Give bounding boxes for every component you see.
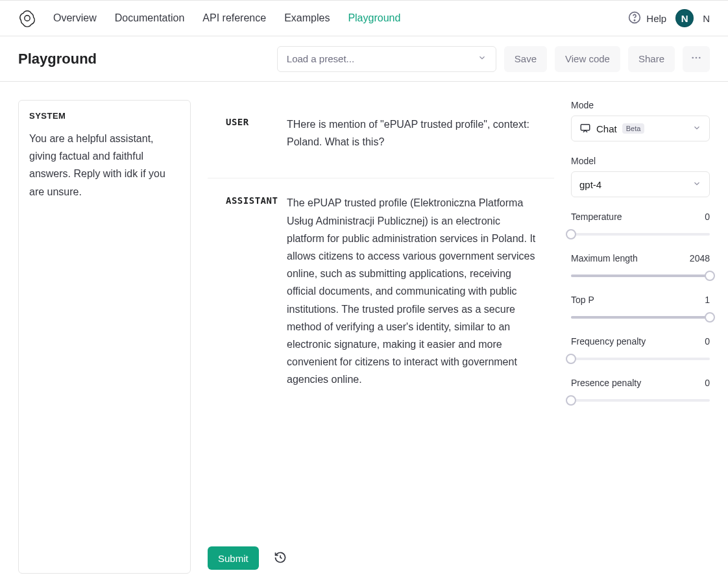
top-nav-bar: OverviewDocumentationAPI referenceExampl…	[0, 0, 728, 36]
user-avatar[interactable]: N	[675, 9, 694, 27]
help-button[interactable]: Help	[628, 11, 666, 26]
more-button[interactable]	[683, 46, 710, 72]
topp-slider[interactable]	[571, 311, 710, 323]
model-select[interactable]: gpt-4	[571, 171, 710, 197]
mode-select[interactable]: Chat Beta	[571, 116, 710, 141]
mode-label: Mode	[571, 100, 710, 110]
topp-label: Top P	[571, 295, 594, 305]
message-role: USER	[226, 116, 287, 151]
freq-label: Frequency penalty	[571, 336, 646, 347]
page-header: Playground Load a preset... Save View co…	[0, 36, 728, 82]
system-prompt-input[interactable]: You are a helpful assistant, giving fact…	[29, 130, 180, 201]
system-panel: SYSTEM You are a helpful assistant, givi…	[18, 100, 191, 574]
nav-item-playground[interactable]: Playground	[348, 12, 400, 24]
svg-point-5	[699, 57, 701, 59]
main-nav: OverviewDocumentationAPI referenceExampl…	[53, 12, 400, 24]
maxlen-label: Maximum length	[571, 253, 638, 263]
pres-value: 0	[705, 378, 710, 388]
freq-value: 0	[705, 336, 710, 347]
settings-panel: Mode Chat Beta Model gpt-4	[571, 100, 710, 421]
nav-item-documentation[interactable]: Documentation	[115, 12, 185, 24]
page-title: Playground	[18, 51, 97, 67]
share-button[interactable]: Share	[628, 46, 675, 72]
pres-slider[interactable]	[571, 395, 710, 406]
chevron-down-icon	[692, 123, 701, 134]
nav-item-overview[interactable]: Overview	[53, 12, 97, 24]
temperature-value: 0	[705, 212, 710, 222]
chat-icon	[579, 122, 591, 136]
beta-badge: Beta	[622, 123, 645, 134]
username-label: N	[703, 13, 710, 24]
maxlen-slider[interactable]	[571, 270, 710, 282]
chat-panel: USERTHere is mention of "ePUAP trusted p…	[208, 100, 554, 570]
chat-actions: Submit	[208, 546, 554, 570]
message-content[interactable]: The ePUAP trusted profile (Elektroniczna…	[287, 194, 536, 388]
history-icon	[274, 551, 287, 566]
ellipsis-icon	[690, 52, 702, 66]
topp-value: 1	[705, 295, 710, 305]
freq-slider[interactable]	[571, 353, 710, 365]
history-button[interactable]	[271, 548, 290, 568]
save-button[interactable]: Save	[504, 46, 547, 72]
svg-point-3	[692, 57, 694, 59]
view-code-button[interactable]: View code	[555, 46, 620, 72]
maxlen-value: 2048	[690, 253, 710, 263]
workspace: SYSTEM You are a helpful assistant, givi…	[0, 82, 728, 586]
svg-point-0	[25, 16, 30, 21]
help-label: Help	[646, 13, 666, 24]
submit-button[interactable]: Submit	[208, 546, 259, 570]
svg-point-4	[696, 57, 698, 59]
preset-placeholder: Load a preset...	[287, 53, 354, 64]
message-role: ASSISTANT	[226, 194, 287, 388]
chevron-down-icon	[692, 179, 701, 190]
temperature-label: Temperature	[571, 212, 622, 222]
message-row: ASSISTANTThe ePUAP trusted profile (Elek…	[208, 178, 554, 404]
message-row: USERTHere is mention of "ePUAP trusted p…	[208, 100, 554, 178]
help-icon	[628, 11, 641, 26]
message-content[interactable]: THere is mention of "ePUAP trusted profi…	[287, 116, 536, 151]
chevron-down-icon	[478, 53, 487, 64]
nav-item-api-reference[interactable]: API reference	[202, 12, 266, 24]
chat-scroll[interactable]: USERTHere is mention of "ePUAP trusted p…	[208, 100, 554, 535]
svg-rect-6	[581, 124, 590, 130]
model-value: gpt-4	[579, 179, 601, 190]
svg-point-2	[635, 19, 635, 20]
model-label: Model	[571, 156, 710, 166]
preset-select[interactable]: Load a preset...	[277, 46, 496, 72]
openai-logo-icon	[18, 9, 36, 27]
nav-item-examples[interactable]: Examples	[284, 12, 330, 24]
pres-label: Presence penalty	[571, 378, 641, 388]
temperature-slider[interactable]	[571, 228, 710, 240]
system-label: SYSTEM	[29, 111, 180, 121]
mode-value: Chat	[596, 123, 617, 134]
